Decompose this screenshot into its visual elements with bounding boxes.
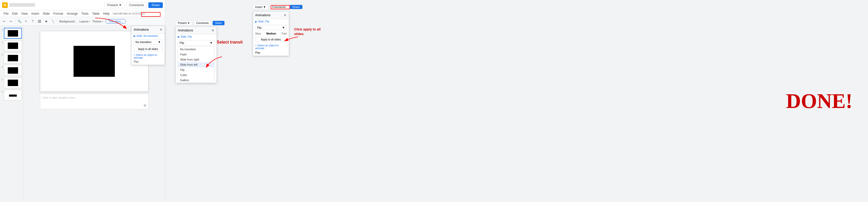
- anim-panel-1-header: Animations ✕: [132, 26, 165, 33]
- slide-img-1[interactable]: [4, 28, 22, 39]
- slide-num-5: 5: [1, 78, 3, 81]
- section2-share-btn[interactable]: Share: [213, 21, 225, 25]
- menu-table[interactable]: Table: [91, 11, 101, 16]
- slide-thumb-1[interactable]: 1: [1, 28, 22, 39]
- dropdown-gallery[interactable]: Gallery: [178, 77, 214, 83]
- anim-panel-3-header: Animations ✕: [253, 11, 289, 19]
- anim-panel-3-title: Animations: [255, 13, 271, 17]
- anim-panel-2-slide-title: ▶ Slide: Flip: [176, 34, 216, 39]
- slide-img-2[interactable]: [4, 40, 22, 51]
- anim-panel-1-play-btn[interactable]: Play: [132, 60, 165, 65]
- canvas-main-box: [73, 46, 115, 77]
- menu-bar: File Edit View Insert Slide Format Arran…: [0, 10, 165, 17]
- anim-panel-3-dropdown[interactable]: Flip ▼: [255, 25, 287, 30]
- slide-thumb-4[interactable]: 4: [1, 65, 22, 76]
- slide-black-box-1: [8, 30, 18, 37]
- animations-panel-2: Animations ✕ ▶ Slide: Flip Flip ▼ No tra…: [176, 27, 217, 83]
- menu-slide[interactable]: Slide: [41, 11, 51, 16]
- share-button[interactable]: Share: [148, 2, 163, 8]
- dropdown-no-transition[interactable]: No transition: [178, 47, 214, 52]
- toolbar-text[interactable]: T: [30, 18, 36, 25]
- menu-view[interactable]: View: [20, 11, 29, 16]
- dropdown-flip[interactable]: Flip: [178, 67, 214, 72]
- toolbar: ↩ ↪ 🔍 ↖ T 🖼 ■ ╲ Background... Layout • T…: [0, 17, 165, 26]
- slide-img-3[interactable]: [4, 53, 22, 63]
- anim-panel-2-dropdown-menu: No transition Fade Slide from right Slid…: [178, 46, 214, 83]
- section3-insert-btn[interactable]: Insert ▼: [253, 5, 268, 9]
- anim-panel-1-apply-btn[interactable]: Apply to all slides: [134, 47, 162, 52]
- anim-panel-2-dropdown[interactable]: Flip ▼: [178, 40, 214, 45]
- share-area: Present ▼ Comments Share: [104, 2, 163, 8]
- section2-present-btn[interactable]: Present ▼: [176, 21, 192, 26]
- slide-black-box-3: [8, 55, 18, 61]
- menu-insert[interactable]: Insert: [30, 11, 41, 16]
- menu-tools[interactable]: Tools: [80, 11, 90, 16]
- anim-panel-2-header: Animations ✕: [176, 27, 216, 34]
- anim-panel-1-dropdown[interactable]: No transition ▼: [134, 39, 162, 44]
- animations-panel-3: Animations ✕ ▶ Slide: Flip Flip ▼ Slow M…: [253, 11, 289, 56]
- transition-button[interactable]: Transition...: [105, 19, 126, 24]
- section3-share-btn[interactable]: Share: [290, 5, 302, 9]
- anim-panel-2-close[interactable]: ✕: [211, 28, 214, 32]
- slide-thumb-5[interactable]: 5: [1, 77, 22, 88]
- anim-panel-2-title: Animations: [178, 29, 193, 32]
- slide-thumb-3[interactable]: 3: [1, 53, 22, 63]
- theme-btn[interactable]: Theme •: [91, 20, 104, 23]
- toolbar-shape[interactable]: ■: [43, 18, 49, 25]
- dropdown-slide-left[interactable]: Slide from left: [178, 62, 214, 67]
- anim-panel-3-slide-title: ▶ Slide: Flip: [253, 19, 289, 24]
- menu-help[interactable]: Help: [102, 11, 111, 16]
- click-apply-label: Click apply to all slides: [294, 27, 328, 36]
- comments-button[interactable]: Comments: [126, 2, 147, 8]
- layout-btn[interactable]: Layout •: [79, 20, 91, 23]
- slide-img-6[interactable]: [4, 90, 22, 100]
- slide-thumb-6[interactable]: 6: [1, 90, 22, 100]
- speaker-notes[interactable]: Click to add speaker notes ⊕: [40, 94, 148, 109]
- slide-num-4: 4: [1, 66, 3, 68]
- toolbar-separator-2: [57, 19, 57, 24]
- toolbar-undo[interactable]: ↩: [1, 18, 7, 25]
- file-title-area: [9, 3, 104, 7]
- section3-top-bar: Insert ▼ Comments Share: [253, 5, 302, 9]
- top-bar: G Present ▼ Comments Share: [0, 0, 165, 10]
- anim-panel-3-select-obj[interactable]: + Select an object to animate: [253, 43, 289, 51]
- slides-editor: G Present ▼ Comments Share File Edit Vie…: [0, 0, 165, 202]
- anim-panel-3-close[interactable]: ✕: [284, 13, 287, 17]
- slide-black-box-5: [8, 79, 18, 86]
- anim-panel-3-play[interactable]: Play: [253, 51, 289, 56]
- menu-edit[interactable]: Edit: [10, 11, 19, 16]
- speed-row: Slow Medium Fast: [253, 31, 289, 36]
- menu-format[interactable]: Format: [52, 11, 65, 16]
- present-button[interactable]: Present ▼: [104, 2, 125, 8]
- slide-num-2: 2: [1, 41, 3, 43]
- toolbar-image[interactable]: 🖼: [36, 18, 42, 25]
- anim-panel-1-close[interactable]: ✕: [159, 28, 162, 32]
- dropdown-fade[interactable]: Fade: [178, 52, 214, 57]
- done-label: DONE!: [786, 90, 852, 113]
- background-btn[interactable]: Background...: [58, 20, 78, 23]
- section2-top-bar: Present ▼ Comments Share: [176, 21, 224, 26]
- anim-panel-1-select-obj[interactable]: + Select an object to animate: [132, 53, 165, 60]
- section3-comments-btn[interactable]: Comments: [270, 5, 288, 9]
- slide-num-3: 3: [1, 53, 3, 56]
- slide-img-5[interactable]: [4, 77, 22, 88]
- toolbar-zoom[interactable]: 🔍: [16, 18, 23, 25]
- toolbar-line[interactable]: ╲: [50, 18, 56, 25]
- anim-panel-3-apply-btn[interactable]: Apply to all slides: [255, 37, 287, 42]
- slide-img-4[interactable]: [4, 65, 22, 76]
- speed-fast[interactable]: Fast: [282, 32, 287, 35]
- slide-thumb-2[interactable]: 2: [1, 40, 22, 51]
- speed-slow[interactable]: Slow: [255, 32, 261, 35]
- toolbar-cursor[interactable]: ↖: [23, 18, 29, 25]
- toolbar-redo[interactable]: ↪: [8, 18, 14, 25]
- slide-panel: 1 2 3 4: [0, 26, 23, 202]
- section-2-wrapper: Present ▼ Comments Share Animations ✕ ▶ …: [176, 21, 224, 83]
- slide-black-box-4: [8, 67, 18, 74]
- slide-black-box-2: [8, 42, 18, 49]
- dropdown-slide-right[interactable]: Slide from right: [178, 57, 214, 62]
- section2-comments-btn[interactable]: Comments: [194, 21, 211, 26]
- speed-medium[interactable]: Medium: [266, 32, 276, 35]
- menu-file[interactable]: File: [2, 11, 10, 16]
- dropdown-cube[interactable]: Cube: [178, 72, 214, 77]
- menu-arrange[interactable]: Arrange: [65, 11, 80, 16]
